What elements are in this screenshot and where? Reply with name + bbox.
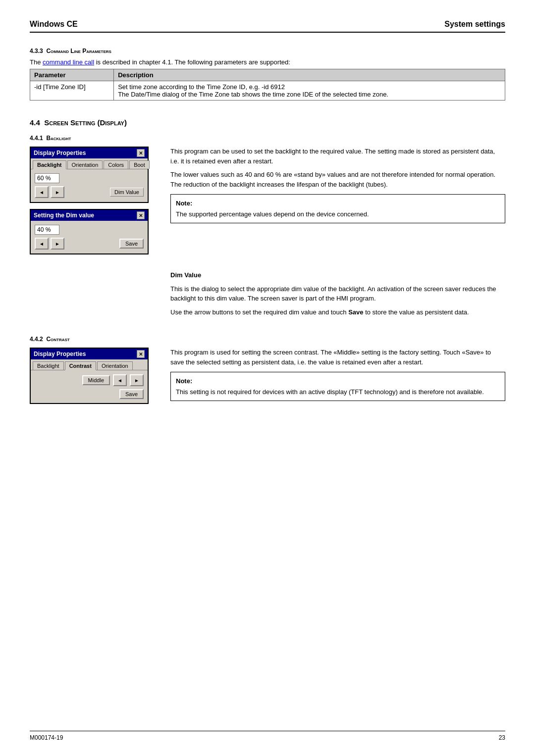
contrast-dialog-tabs: Backlight Contrast Orientation — [31, 359, 148, 370]
backlight-value: 60 % — [35, 173, 59, 183]
page-footer: M000174-19 23 — [30, 731, 505, 741]
section-442-dialog: Display Properties ✕ Backlight Contrast … — [30, 348, 159, 410]
note-title: Note: — [176, 199, 500, 208]
contrast-tab-orientation[interactable]: Orientation — [97, 361, 133, 370]
tab-colors[interactable]: Colors — [104, 160, 128, 169]
section-433: 4.3.3 Command Line Parameters The comman… — [30, 48, 505, 101]
section-442-layout: Display Properties ✕ Backlight Contrast … — [30, 348, 505, 410]
dim-value-section: Dim Value This is the dialog to select t… — [30, 270, 505, 321]
footer-right: 23 — [499, 734, 505, 741]
backlight-note: Note: The supported percentage values de… — [170, 194, 505, 223]
section-441-title: 4.4.1 Backlight — [30, 135, 505, 142]
table-cell-desc: Set time zone according to the Time Zone… — [114, 81, 505, 101]
section-44-title: 4.4 Screen Setting (Display) — [30, 118, 505, 127]
table-row: -id [Time Zone ID] Set time zone accordi… — [30, 81, 505, 101]
arrow-right-button[interactable]: ► — [51, 186, 64, 198]
section-44: 4.4 Screen Setting (Display) 4.4.1 Backl… — [30, 118, 505, 410]
table-desc-line1: Set time zone according to the Time Zone… — [118, 83, 501, 91]
contrast-note: Note: This setting is not required for d… — [170, 372, 505, 401]
contrast-arrow-right-button[interactable]: ► — [130, 374, 144, 386]
dim-value-button[interactable]: Dim Value — [110, 188, 144, 197]
contrast-para-1: This program is used for setting the scr… — [170, 348, 505, 367]
table-cell-param: -id [Time Zone ID] — [30, 81, 114, 101]
contrast-note-title: Note: — [176, 376, 500, 386]
dim-dialog-close-button[interactable]: ✕ — [137, 211, 145, 219]
command-line-link[interactable]: command line call — [43, 58, 94, 66]
dim-value-right: Dim Value This is the dialog to select t… — [170, 270, 505, 321]
display-properties-dialog: Display Properties ✕ Backlight Orientati… — [30, 147, 149, 203]
contrast-tab-contrast[interactable]: Contrast — [65, 361, 96, 370]
dim-value-heading: Dim Value — [170, 270, 505, 280]
header-title-right: System settings — [444, 20, 505, 29]
contrast-controls: Middle ◄ ► Save — [35, 374, 144, 399]
page-header: Windows CE System settings — [30, 20, 505, 33]
intro-text: The command line call is described in ch… — [30, 58, 505, 66]
section-441-text: This program can be used to set the back… — [170, 147, 505, 223]
table-col-desc: Description — [114, 69, 505, 81]
contrast-dialog-titlebar: Display Properties ✕ — [31, 349, 148, 359]
contrast-tab-backlight[interactable]: Backlight — [33, 361, 64, 370]
section-441: 4.4.1 Backlight Display Properties ✕ Bac… — [30, 135, 505, 321]
save-bold: Save — [348, 308, 363, 316]
dialog-tabs: Backlight Orientation Colors Boot — [31, 158, 148, 169]
dialog-controls: ◄ ► Dim Value — [35, 186, 144, 198]
contrast-save-button[interactable]: Save — [119, 389, 144, 399]
contrast-dialog-body: Middle ◄ ► Save — [31, 370, 148, 403]
section-441-dialogs: Display Properties ✕ Backlight Orientati… — [30, 147, 159, 260]
contrast-note-text: This setting is not required for devices… — [176, 388, 484, 396]
dim-value-para-2: Use the arrow buttons to set the require… — [170, 307, 505, 317]
contrast-dialog-close-button[interactable]: ✕ — [137, 350, 145, 358]
contrast-middle-button[interactable]: Middle — [82, 375, 110, 385]
section-442-text: This program is used for setting the scr… — [170, 348, 505, 401]
footer-left: M000174-19 — [30, 734, 63, 741]
dim-dialog-body: 40 % ◄ ► Save — [31, 221, 148, 253]
note-text: The supported percentage values depend o… — [176, 210, 369, 218]
dim-value: 40 % — [35, 225, 59, 235]
dim-value-para-1: This is the dialog to select the appropr… — [170, 284, 505, 303]
dim-value-dialog: Setting the Dim value ✕ 40 % ◄ ► Save — [30, 209, 149, 254]
dim-dialog-titlebar: Setting the Dim value ✕ — [31, 210, 148, 221]
dim-arrow-left-button[interactable]: ◄ — [35, 238, 49, 250]
header-title-left: Windows CE — [30, 20, 78, 29]
dialog-close-button[interactable]: ✕ — [137, 149, 145, 157]
section-442: 4.4.2 Contrast Display Properties ✕ Back… — [30, 336, 505, 410]
contrast-save-row: Save — [35, 389, 144, 399]
dialog-body: 60 % ◄ ► Dim Value — [31, 169, 148, 202]
dim-dialog-title: Setting the Dim value — [34, 212, 94, 219]
table-desc-line2: The Date/Time dialog of the Time Zone ta… — [118, 91, 501, 98]
tab-backlight[interactable]: Backlight — [33, 160, 66, 169]
tab-boot[interactable]: Boot — [129, 160, 150, 169]
backlight-para-1: This program can be used to set the back… — [170, 147, 505, 166]
backlight-para-2: The lower values such as 40 and 60 % are… — [170, 170, 505, 189]
dialog-title: Display Properties — [34, 150, 86, 156]
params-table: Parameter Description -id [Time Zone ID]… — [30, 69, 505, 101]
dim-value-layout: Dim Value This is the dialog to select t… — [30, 270, 505, 321]
dialog-titlebar: Display Properties ✕ — [31, 148, 148, 158]
section-441-layout: Display Properties ✕ Backlight Orientati… — [30, 147, 505, 260]
table-col-param: Parameter — [30, 69, 114, 81]
section-442-title: 4.4.2 Contrast — [30, 336, 505, 343]
arrow-left-button[interactable]: ◄ — [35, 186, 49, 198]
contrast-middle-row: Middle ◄ ► — [35, 374, 144, 386]
contrast-dialog: Display Properties ✕ Backlight Contrast … — [30, 348, 149, 404]
dim-save-button[interactable]: Save — [119, 239, 144, 249]
section-433-title: 4.3.3 Command Line Parameters — [30, 48, 505, 54]
contrast-dialog-title: Display Properties — [34, 351, 86, 357]
tab-orientation[interactable]: Orientation — [67, 160, 103, 169]
dim-dialog-controls: ◄ ► Save — [35, 238, 144, 250]
contrast-arrow-left-button[interactable]: ◄ — [113, 374, 127, 386]
dim-arrow-right-button[interactable]: ► — [51, 238, 64, 250]
